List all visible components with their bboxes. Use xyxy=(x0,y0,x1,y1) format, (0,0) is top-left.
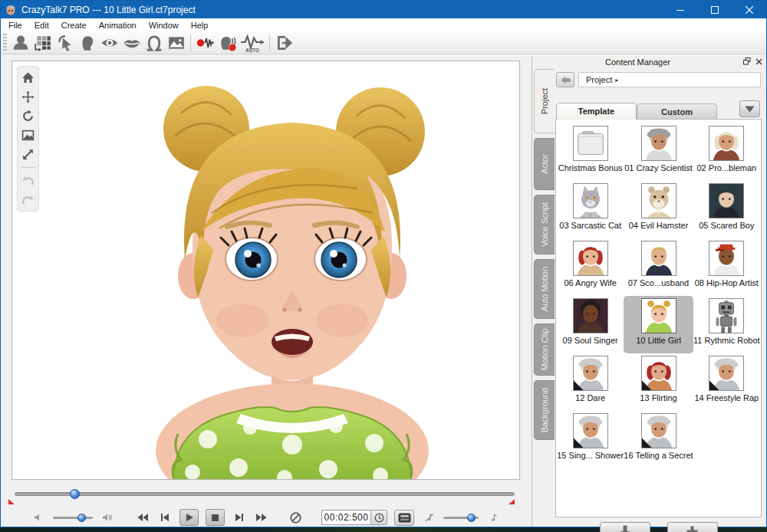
content-thumbnail[interactable] xyxy=(641,241,676,276)
rewind-button[interactable] xyxy=(135,510,150,525)
content-thumbnail[interactable] xyxy=(709,356,744,391)
content-thumbnail[interactable] xyxy=(641,413,676,448)
preview-viewport[interactable] xyxy=(12,61,520,480)
redo-button[interactable] xyxy=(20,192,37,208)
music-volume-slider[interactable] xyxy=(443,517,479,519)
content-thumbnail[interactable] xyxy=(709,298,744,333)
minimize-button[interactable] xyxy=(663,1,697,18)
loop-off-button[interactable] xyxy=(288,510,303,525)
apply-down-button[interactable] xyxy=(600,522,650,532)
menu-window[interactable]: Window xyxy=(143,18,185,31)
fast-forward-button[interactable] xyxy=(254,510,269,525)
clock-button[interactable] xyxy=(370,510,387,525)
content-item-12-dare[interactable]: 12 Dare xyxy=(557,353,624,411)
content-item-07-sco-usband[interactable]: 07 Sco...usband xyxy=(624,238,693,296)
fit-image-button[interactable] xyxy=(20,127,37,143)
content-thumbnail[interactable] xyxy=(573,356,608,391)
next-button[interactable] xyxy=(232,510,247,525)
content-item-08-hip-hop-artist[interactable]: 08 Hip-Hop Artist xyxy=(693,238,760,296)
category-tab-project[interactable]: Project xyxy=(534,69,555,133)
menu-file[interactable]: File xyxy=(2,18,28,31)
content-thumbnail[interactable] xyxy=(641,298,676,333)
content-item-16-telling-a-secret[interactable]: 16 Telling a Secret xyxy=(624,411,693,468)
content-item-02-pro-bleman[interactable]: 02 Pro...bleman xyxy=(693,123,760,181)
content-item-christmas-bonus[interactable]: Christmas Bonus xyxy=(557,123,624,181)
transport-bar: 00:02:500 xyxy=(12,507,520,528)
category-tab-voice-script[interactable]: Voice Script xyxy=(534,195,555,255)
mouth-setting-icon[interactable] xyxy=(120,32,143,53)
content-thumbnail[interactable] xyxy=(641,183,676,218)
content-thumbnail[interactable] xyxy=(573,241,608,276)
record-puppet-icon[interactable] xyxy=(216,32,239,53)
tab-custom[interactable]: Custom xyxy=(637,103,717,120)
content-item-14-freestyle-rap[interactable]: 14 Freestyle Rap xyxy=(693,353,760,411)
previous-button[interactable] xyxy=(157,510,173,525)
close-button[interactable] xyxy=(732,1,766,18)
tab-template[interactable]: Template xyxy=(556,103,637,120)
head-profile-icon[interactable] xyxy=(76,32,98,53)
rotate-button[interactable] xyxy=(20,108,37,124)
content-thumbnail[interactable] xyxy=(709,126,744,161)
back-button[interactable] xyxy=(556,72,574,87)
volume-knob[interactable] xyxy=(77,514,86,522)
category-tab-auto-motion[interactable]: Auto Motion xyxy=(534,259,555,319)
content-item-15-sing-shower[interactable]: 15 Sing... Shower xyxy=(557,411,624,468)
content-thumbnail[interactable] xyxy=(709,183,744,218)
content-thumbnail[interactable] xyxy=(641,356,676,391)
content-manager-panel: Content Manager ProjectActorVoice Script… xyxy=(532,56,766,527)
background-image-icon[interactable] xyxy=(165,32,187,53)
content-item-09-soul-singer[interactable]: 09 Soul Singer xyxy=(557,296,624,353)
content-thumbnail[interactable] xyxy=(709,241,744,276)
content-item-01-crazy-scientist[interactable]: 01 Crazy Scientist xyxy=(624,123,693,181)
music-volume-knob[interactable] xyxy=(467,514,476,522)
menu-animation[interactable]: Animation xyxy=(93,18,143,31)
content-item-10-little-girl[interactable]: 10 Little Girl xyxy=(624,296,693,353)
eye-setting-icon[interactable] xyxy=(98,32,120,53)
edit-pick-icon[interactable] xyxy=(54,32,76,53)
pan-button[interactable] xyxy=(20,89,37,105)
category-tab-motion-clip[interactable]: Motion Clip xyxy=(534,323,555,376)
menu-help[interactable]: Help xyxy=(185,18,215,31)
volume-slider[interactable] xyxy=(53,517,93,519)
content-item-06-angry-wife[interactable]: 06 Angry Wife xyxy=(557,238,624,296)
export-icon[interactable] xyxy=(273,32,295,53)
content-item-label: 14 Freestyle Rap xyxy=(694,393,759,402)
home-button[interactable] xyxy=(20,70,37,86)
timeline-slider[interactable] xyxy=(15,492,515,496)
face-fitting-icon[interactable] xyxy=(143,32,165,53)
content-thumbnail[interactable] xyxy=(573,413,608,448)
maximize-button[interactable] xyxy=(697,1,732,18)
content-thumbnail[interactable] xyxy=(641,126,676,161)
category-tab-background[interactable]: Background xyxy=(534,380,555,440)
stop-button[interactable] xyxy=(206,509,225,526)
time-display[interactable]: 00:02:500 xyxy=(321,510,370,525)
auto-motion-icon[interactable]: AUTO xyxy=(239,32,266,53)
record-voice-icon[interactable] xyxy=(194,32,216,53)
content-item-04-evil-hamster[interactable]: 04 Evil Hamster xyxy=(624,181,693,238)
timeline-start-marker[interactable] xyxy=(8,499,15,504)
content-item-05-scared-boy[interactable]: 05 Scared Boy xyxy=(693,181,760,238)
timeline-end-marker[interactable] xyxy=(509,499,515,504)
content-thumbnail[interactable] xyxy=(573,126,608,161)
menu-edit[interactable]: Edit xyxy=(28,18,55,31)
menu-create[interactable]: Create xyxy=(55,18,93,31)
timeline-knob[interactable] xyxy=(70,489,80,499)
content-item-13-flirting[interactable]: 13 Flirting xyxy=(624,353,693,411)
close-panel-icon[interactable] xyxy=(755,57,762,67)
content-item-11-rythmic-robot[interactable]: 11 Rythmic Robot xyxy=(693,296,760,353)
output-render-button[interactable] xyxy=(394,510,414,526)
image-composer-icon[interactable] xyxy=(31,32,54,53)
panel-dropdown-button[interactable] xyxy=(739,100,760,117)
category-tab-actor[interactable]: Actor xyxy=(534,138,555,190)
float-panel-icon[interactable] xyxy=(743,57,751,67)
content-thumbnail[interactable] xyxy=(573,183,608,218)
play-button[interactable] xyxy=(179,509,199,526)
content-item-03-sarcastic-cat[interactable]: 03 Sarcastic Cat xyxy=(557,181,624,238)
add-custom-button[interactable] xyxy=(667,522,718,532)
content-thumbnail[interactable] xyxy=(573,298,608,333)
breadcrumb[interactable]: Project ▸ xyxy=(578,72,761,87)
zoom-scale-button[interactable] xyxy=(20,146,37,163)
toolbar-grip[interactable] xyxy=(3,34,7,52)
undo-button[interactable] xyxy=(20,172,37,189)
actor-icon[interactable] xyxy=(9,32,31,53)
